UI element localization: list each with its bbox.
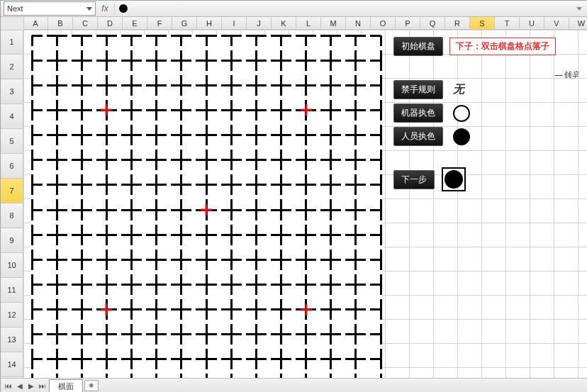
- board-vline: [130, 35, 133, 378]
- next-turn-box: [442, 167, 466, 191]
- board-vline: [81, 35, 83, 378]
- col-header-D[interactable]: D: [98, 17, 123, 30]
- row-header-4[interactable]: 4: [1, 104, 23, 129]
- col-header-K[interactable]: K: [272, 17, 296, 30]
- human-color-button[interactable]: 人员执色: [393, 127, 443, 146]
- tab-nav-last[interactable]: ⏭: [38, 381, 47, 391]
- row-header-3[interactable]: 3: [1, 79, 23, 104]
- human-color-indicator: [453, 128, 470, 145]
- col-header-L[interactable]: L: [296, 17, 321, 30]
- row-headers: 123456789101112131415: [1, 30, 23, 378]
- board-vline: [106, 35, 108, 378]
- fx-button[interactable]: fx: [99, 2, 111, 15]
- board-hline: [32, 308, 381, 310]
- col-header-G[interactable]: G: [172, 17, 197, 30]
- board-vline: [255, 35, 257, 378]
- forbid-rule-button[interactable]: 禁手规则: [393, 80, 443, 99]
- board-vline: [330, 35, 332, 378]
- col-header-B[interactable]: B: [48, 17, 73, 30]
- row-header-6[interactable]: 6: [1, 154, 23, 179]
- tab-nav-prev[interactable]: ◀: [15, 381, 25, 391]
- next-step-button[interactable]: 下一步: [393, 170, 435, 189]
- board-vline: [354, 35, 357, 378]
- formula-bar: Next fx: [1, 1, 587, 17]
- column-headers: ABCDEFGHIJKLMNOPQRSTUVWX: [23, 17, 587, 30]
- col-header-A[interactable]: A: [23, 17, 48, 30]
- col-header-Q[interactable]: Q: [420, 17, 445, 30]
- row-header-12[interactable]: 12: [1, 303, 23, 327]
- board-star-point: [301, 304, 312, 315]
- col-header-E[interactable]: E: [123, 17, 147, 30]
- board-star-point: [101, 104, 112, 116]
- row-header-14[interactable]: 14: [1, 352, 23, 377]
- board-vline: [31, 35, 33, 378]
- board-star-point: [101, 304, 112, 315]
- select-all-corner[interactable]: [1, 17, 24, 30]
- col-header-H[interactable]: H: [197, 17, 222, 30]
- col-header-P[interactable]: P: [396, 17, 420, 30]
- fx-label: fx: [101, 4, 108, 13]
- col-header-O[interactable]: O: [371, 17, 396, 30]
- row-header-5[interactable]: 5: [1, 129, 23, 154]
- row-header-1[interactable]: 1: [1, 30, 23, 55]
- col-header-S[interactable]: S: [470, 17, 495, 30]
- formula-input[interactable]: [114, 2, 574, 15]
- placement-hint: 下子：双击棋盘格点落子: [449, 38, 556, 55]
- sheet-tab-active[interactable]: 棋面: [49, 379, 83, 392]
- row-header-7[interactable]: 7: [1, 179, 23, 203]
- tab-nav-next[interactable]: ▶: [26, 381, 36, 391]
- tab-nav-first[interactable]: ⏮: [4, 381, 13, 391]
- name-box-value: Next: [7, 4, 23, 13]
- board-hline: [32, 284, 381, 286]
- col-header-U[interactable]: U: [520, 17, 544, 30]
- col-header-W[interactable]: W: [569, 17, 587, 30]
- forbid-rule-value: 无: [453, 82, 464, 97]
- board-hline: [32, 234, 381, 236]
- board-star-point: [301, 104, 312, 116]
- row-header-15[interactable]: 15: [1, 377, 23, 378]
- col-header-N[interactable]: N: [346, 17, 371, 30]
- name-box-dropdown-icon[interactable]: [86, 7, 92, 11]
- row-header-13[interactable]: 13: [1, 327, 23, 352]
- formula-value-black-stone: [119, 4, 128, 13]
- next-turn-stone: [445, 170, 463, 189]
- col-header-R[interactable]: R: [445, 17, 470, 30]
- board-star-point: [201, 204, 212, 215]
- row-header-2[interactable]: 2: [1, 55, 23, 79]
- board-vline: [230, 35, 233, 378]
- board-vline: [305, 35, 307, 378]
- col-header-I[interactable]: I: [222, 17, 247, 30]
- col-header-V[interactable]: V: [544, 17, 569, 30]
- col-header-C[interactable]: C: [73, 17, 98, 30]
- formula-bar-expand-icon[interactable]: [576, 7, 582, 11]
- sheet-tab-strip: ⏮ ◀ ▶ ⏭ 棋面: [1, 378, 587, 392]
- computer-color-button[interactable]: 机器执色: [393, 103, 443, 123]
- cell-area[interactable]: 初始棋盘 下子：双击棋盘格点落子 钱辛 禁手规则 无 机器执色 人员执色: [23, 30, 587, 378]
- go-board[interactable]: [32, 35, 381, 378]
- board-hline: [32, 333, 381, 335]
- board-hline: [32, 259, 381, 261]
- col-header-J[interactable]: J: [247, 17, 272, 30]
- board-vline: [56, 35, 58, 378]
- name-box[interactable]: Next: [4, 1, 96, 16]
- col-header-M[interactable]: M: [321, 17, 346, 30]
- init-board-button[interactable]: 初始棋盘: [393, 37, 443, 56]
- row-header-10[interactable]: 10: [1, 253, 23, 278]
- control-panel: 初始棋盘 下子：双击棋盘格点落子 钱辛 禁手规则 无 机器执色 人员执色: [393, 37, 585, 191]
- board-vline: [380, 35, 382, 378]
- row-header-9[interactable]: 9: [1, 228, 23, 253]
- computer-color-indicator: [453, 105, 470, 122]
- board-vline: [280, 35, 282, 378]
- author-signature: 钱辛: [554, 69, 579, 80]
- col-header-T[interactable]: T: [495, 17, 520, 30]
- row-header-11[interactable]: 11: [1, 278, 23, 303]
- worksheet: ABCDEFGHIJKLMNOPQRSTUVWX 123456789101112…: [1, 17, 587, 378]
- col-header-F[interactable]: F: [147, 17, 172, 30]
- row-header-8[interactable]: 8: [1, 203, 23, 228]
- board-vline: [180, 35, 182, 378]
- board-vline: [155, 35, 157, 378]
- board-hline: [32, 358, 381, 360]
- add-sheet-button[interactable]: [84, 380, 99, 391]
- excel-window: Next fx ABCDEFGHIJKLMNOPQRSTUVWX 1234567…: [0, 0, 587, 392]
